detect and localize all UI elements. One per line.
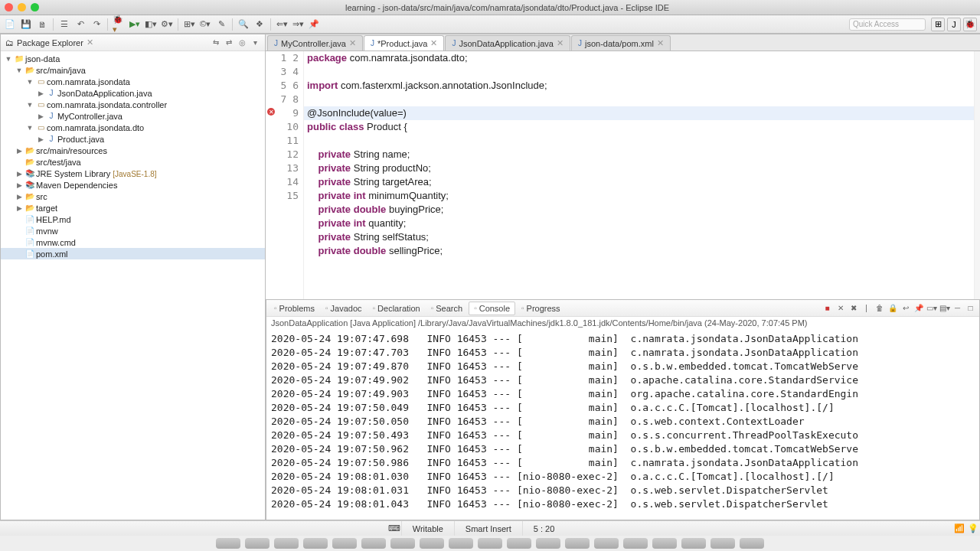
link-editor-icon[interactable]: ⇄ [224, 37, 234, 48]
twisty-icon[interactable]: ▼ [15, 67, 24, 74]
quick-access-input[interactable]: Quick Access [849, 18, 926, 31]
twisty-icon[interactable]: ▶ [15, 147, 24, 155]
rss-icon[interactable]: 📶 [952, 523, 966, 534]
tree-item[interactable]: ▼📂src/main/java [1, 64, 265, 76]
error-marker-icon[interactable]: ✕ [267, 108, 275, 116]
tree-item[interactable]: 📄HELP.md [1, 214, 265, 225]
redo-button[interactable]: ↷ [90, 18, 103, 31]
close-tab-icon[interactable]: ✕ [430, 38, 437, 48]
editor-tab[interactable]: JMyController.java✕ [267, 35, 363, 51]
debug-perspective-button[interactable]: 🐞 [963, 18, 977, 31]
separator [53, 18, 54, 31]
terminate-icon[interactable]: ■ [822, 302, 833, 314]
close-tab-icon[interactable]: ✕ [657, 38, 664, 48]
coverage-button[interactable]: ◧▾ [144, 18, 158, 31]
panel-tab-javadoc[interactable]: ▫Javadoc [321, 302, 367, 315]
twisty-icon[interactable]: ▼ [25, 124, 34, 132]
editor-tab[interactable]: J*Product.java✕ [364, 35, 444, 51]
tree-item[interactable]: ▼▭com.namrata.jsondata [1, 76, 265, 87]
twisty-icon[interactable]: ▶ [36, 90, 45, 97]
console-output[interactable]: 2020-05-24 19:07:47.698 INFO 16453 --- [… [266, 329, 979, 520]
close-icon[interactable] [5, 3, 13, 11]
tree-item[interactable]: ▶JMyController.java [1, 110, 265, 122]
editor-tab[interactable]: Jjson-data/pom.xml✕ [571, 35, 671, 51]
folder-icon: 📂 [24, 145, 36, 156]
twisty-icon[interactable]: ▶ [15, 181, 24, 189]
tree-item[interactable]: 📄pom.xml [1, 248, 265, 259]
open-type-button[interactable]: ☰ [57, 18, 71, 31]
minimize-icon[interactable] [18, 3, 26, 11]
new-button[interactable]: 📄 [3, 18, 17, 31]
twisty-icon[interactable]: ▶ [36, 135, 45, 143]
tree-item[interactable]: ▼▭com.namrata.jsondata.dto [1, 122, 265, 133]
view-menu-icon[interactable]: ▾ [250, 37, 260, 48]
open-console-icon[interactable]: ▤▾ [939, 302, 950, 314]
close-view-icon[interactable]: ✕ [87, 37, 93, 47]
pin-button[interactable]: 📌 [307, 18, 321, 31]
word-wrap-icon[interactable]: ↩ [900, 302, 911, 314]
separator [178, 18, 178, 31]
twisty-icon[interactable]: ▶ [15, 170, 24, 178]
search-button[interactable]: 🔍 [237, 18, 250, 31]
undo-button[interactable]: ↶ [74, 18, 87, 31]
tree-item[interactable]: ▶📚JRE System Library [JavaSE-1.8] [1, 168, 265, 179]
tree-item[interactable]: ▶📂src/main/resources [1, 145, 265, 156]
new-package-button[interactable]: ⊞▾ [182, 18, 196, 31]
tree-label: HELP.md [36, 215, 71, 224]
tree-item[interactable]: ▼▭com.namrata.jsondata.controller [1, 99, 265, 110]
forward-button[interactable]: ⇒▾ [291, 18, 305, 31]
tree-item[interactable]: ▼📁json-data [1, 53, 265, 64]
code-area[interactable]: package com.namrata.jsondata.dto; import… [304, 51, 980, 299]
new-class-button[interactable]: ©▾ [198, 18, 212, 31]
panel-tab-search[interactable]: ▫Search [426, 302, 467, 315]
scroll-lock-icon[interactable]: 🔒 [887, 302, 898, 314]
twisty-icon[interactable]: ▼ [25, 78, 34, 86]
tree-item[interactable]: ▶📂src [1, 191, 265, 202]
editor-body[interactable]: ✕ 1 2 3 4 5 6 7 8 9 10 11 12 13 14 15 pa… [266, 51, 980, 299]
collapse-all-icon[interactable]: ⇆ [211, 37, 221, 48]
focus-task-icon[interactable]: ◎ [237, 37, 247, 48]
run-button[interactable]: ▶▾ [128, 18, 142, 31]
tip-icon[interactable]: 💡 [966, 523, 980, 534]
save-button[interactable]: 💾 [19, 18, 33, 31]
zoom-icon[interactable] [31, 3, 39, 11]
editor-tab[interactable]: JJsonDataApplication.java✕ [445, 35, 570, 51]
debug-button[interactable]: 🐞▾ [112, 18, 126, 31]
java-perspective-button[interactable]: J [947, 18, 961, 31]
tree-item[interactable]: ▶JProduct.java [1, 133, 265, 145]
tree-item[interactable]: 📂src/test/java [1, 156, 265, 168]
twisty-icon[interactable]: ▼ [4, 55, 13, 63]
display-console-icon[interactable]: ▭▾ [926, 302, 937, 314]
tree-item[interactable]: ▶📚Maven Dependencies [1, 179, 265, 191]
maximize-view-icon[interactable]: □ [965, 302, 976, 314]
remove-launch-icon[interactable]: ✕ [835, 302, 846, 314]
tree-item[interactable]: 📄mvnw.cmd [1, 236, 265, 248]
panel-tab-console[interactable]: ▫Console [469, 302, 515, 315]
back-button[interactable]: ⇐▾ [275, 18, 289, 31]
close-tab-icon[interactable]: ✕ [349, 38, 356, 48]
twisty-icon[interactable]: ▼ [25, 101, 34, 109]
clear-console-icon[interactable]: 🗑 [874, 302, 885, 314]
open-perspective-button[interactable]: ⊞ [931, 18, 945, 31]
md-icon: 📄 [24, 237, 36, 248]
toggle-mark-button[interactable]: ❖ [253, 18, 266, 31]
panel-tab-progress[interactable]: ▫Progress [517, 302, 565, 315]
keyboard-icon[interactable]: ⌨ [387, 523, 401, 534]
twisty-icon[interactable]: ▶ [15, 204, 24, 212]
tree-item[interactable]: 📄mvnw [1, 225, 265, 236]
panel-tab-problems[interactable]: ▫Problems [270, 302, 319, 315]
remove-all-icon[interactable]: ✖ [848, 302, 859, 314]
minimize-view-icon[interactable]: ─ [952, 302, 963, 314]
external-tools-button[interactable]: ⚙▾ [160, 18, 174, 31]
twisty-icon[interactable]: ▶ [36, 112, 45, 120]
twisty-icon[interactable]: ▶ [15, 193, 24, 201]
close-tab-icon[interactable]: ✕ [557, 38, 564, 48]
save-all-button[interactable]: 🗎 [35, 18, 49, 31]
tree-label: mvnw.cmd [36, 238, 76, 247]
tree-item[interactable]: ▶JJsonDataApplication.java [1, 87, 265, 99]
project-tree[interactable]: ▼📁json-data▼📂src/main/java▼▭com.namrata.… [1, 51, 265, 520]
open-task-button[interactable]: ✎ [214, 18, 228, 31]
panel-tab-declaration[interactable]: ▫Declaration [368, 302, 425, 315]
tree-item[interactable]: ▶📂target [1, 202, 265, 214]
pin-console-icon[interactable]: 📌 [913, 302, 924, 314]
